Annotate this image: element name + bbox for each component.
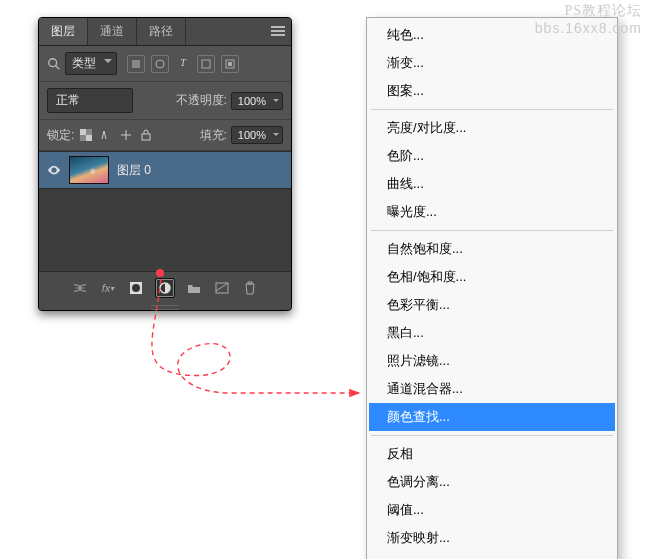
filter-smart-icon[interactable]	[221, 55, 239, 73]
menu-separator	[371, 435, 613, 436]
menu-separator	[371, 109, 613, 110]
menu-item[interactable]: 亮度/对比度...	[369, 114, 615, 142]
fill-label: 填充:	[200, 127, 227, 144]
filter-type-icon[interactable]: T	[175, 55, 191, 71]
filter-pixel-icon[interactable]	[127, 55, 145, 73]
menu-item[interactable]: 阈值...	[369, 496, 615, 524]
panel-tabs: 图层 通道 路径	[39, 18, 291, 46]
link-icon[interactable]	[71, 279, 89, 297]
mask-icon[interactable]	[127, 279, 145, 297]
resize-grip[interactable]	[39, 304, 291, 310]
lock-transparent-icon[interactable]	[78, 127, 94, 143]
fx-icon[interactable]: fx▾	[99, 279, 117, 297]
new-layer-icon[interactable]	[213, 279, 231, 297]
svg-line-1	[56, 65, 60, 69]
lock-row: 锁定: 填充: 100%	[39, 120, 291, 151]
svg-rect-6	[228, 62, 232, 66]
menu-separator	[371, 230, 613, 231]
blend-mode-dropdown[interactable]: 正常	[47, 88, 133, 113]
adjustment-menu: 纯色...渐变...图案...亮度/对比度...色阶...曲线...曝光度...…	[366, 17, 618, 559]
menu-item[interactable]: 曝光度...	[369, 198, 615, 226]
menu-item[interactable]: 黑白...	[369, 319, 615, 347]
svg-rect-10	[80, 135, 86, 141]
menu-item[interactable]: 反相	[369, 440, 615, 468]
svg-rect-7	[80, 129, 86, 135]
svg-rect-4	[202, 60, 210, 68]
svg-rect-11	[142, 134, 150, 140]
filter-icons: T	[127, 55, 239, 73]
opacity-label: 不透明度:	[176, 92, 227, 109]
svg-point-13	[132, 284, 140, 292]
svg-rect-9	[86, 129, 92, 135]
layers-panel: 图层 通道 路径 类型 T 正常 不透明度: 100% 锁定: 填充: 100%	[38, 17, 292, 311]
panel-menu-icon[interactable]	[271, 24, 285, 38]
visibility-icon[interactable]	[47, 163, 61, 177]
lock-label: 锁定:	[47, 127, 74, 144]
opacity-value[interactable]: 100%	[231, 92, 283, 110]
menu-item[interactable]: 颜色查找...	[369, 403, 615, 431]
watermark-2: bbs.16xx8.com	[535, 20, 642, 36]
menu-item[interactable]: 曲线...	[369, 170, 615, 198]
menu-item[interactable]: 渐变...	[369, 49, 615, 77]
svg-rect-2	[132, 60, 140, 68]
tab-channels[interactable]: 通道	[88, 18, 137, 45]
group-icon[interactable]	[185, 279, 203, 297]
menu-item[interactable]: 可选颜色...	[369, 552, 615, 559]
lock-all-icon[interactable]	[138, 127, 154, 143]
adjustment-layer-icon[interactable]	[155, 278, 175, 298]
tab-layers[interactable]: 图层	[39, 18, 88, 45]
svg-rect-8	[86, 135, 92, 141]
layer-list: 图层 0	[39, 151, 291, 271]
lock-pixels-icon[interactable]	[98, 127, 114, 143]
menu-item[interactable]: 色相/饱和度...	[369, 263, 615, 291]
tab-paths[interactable]: 路径	[137, 18, 186, 45]
menu-item[interactable]: 色阶...	[369, 142, 615, 170]
lock-position-icon[interactable]	[118, 127, 134, 143]
menu-item[interactable]: 照片滤镜...	[369, 347, 615, 375]
filter-adjustment-icon[interactable]	[151, 55, 169, 73]
filter-kind-dropdown[interactable]: 类型	[65, 52, 117, 75]
annotation-dot	[156, 269, 164, 277]
fill-value[interactable]: 100%	[231, 126, 283, 144]
layer-name[interactable]: 图层 0	[117, 162, 151, 179]
menu-item[interactable]: 色调分离...	[369, 468, 615, 496]
svg-point-3	[156, 60, 164, 68]
menu-item[interactable]: 渐变映射...	[369, 524, 615, 552]
search-icon	[47, 57, 61, 71]
panel-bottom-bar: fx▾	[39, 271, 291, 304]
filter-shape-icon[interactable]	[197, 55, 215, 73]
layer-thumbnail[interactable]	[69, 156, 109, 184]
filter-row: 类型 T	[39, 46, 291, 82]
layer-item[interactable]: 图层 0	[39, 151, 291, 189]
menu-item[interactable]: 自然饱和度...	[369, 235, 615, 263]
watermark-1: PS教程论坛	[564, 2, 642, 20]
menu-item[interactable]: 图案...	[369, 77, 615, 105]
menu-item[interactable]: 通道混合器...	[369, 375, 615, 403]
menu-item[interactable]: 色彩平衡...	[369, 291, 615, 319]
delete-icon[interactable]	[241, 279, 259, 297]
svg-point-0	[49, 58, 57, 66]
blend-row: 正常 不透明度: 100%	[39, 82, 291, 120]
